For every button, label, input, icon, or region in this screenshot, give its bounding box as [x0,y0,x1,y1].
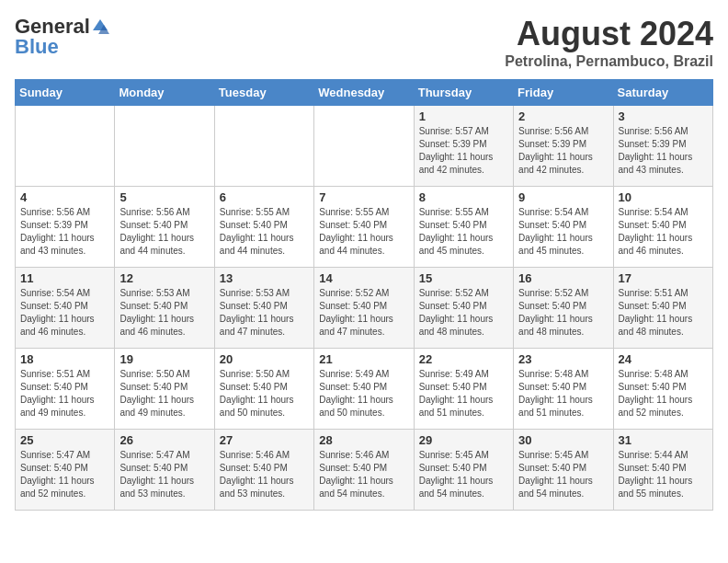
logo-blue-text: Blue [15,35,59,59]
day-info: Sunrise: 5:46 AM Sunset: 5:40 PM Dayligh… [319,449,408,500]
location-subtitle: Petrolina, Pernambuco, Brazil [505,53,713,70]
weekday-header-saturday: Saturday [613,80,712,106]
calendar-cell: 27Sunrise: 5:46 AM Sunset: 5:40 PM Dayli… [214,430,313,511]
day-number: 28 [319,433,408,447]
calendar-cell: 16Sunrise: 5:52 AM Sunset: 5:40 PM Dayli… [514,268,613,349]
day-info: Sunrise: 5:52 AM Sunset: 5:40 PM Dayligh… [419,287,508,339]
weekday-header-thursday: Thursday [414,80,513,106]
day-info: Sunrise: 5:47 AM Sunset: 5:40 PM Dayligh… [119,449,209,500]
calendar-cell: 22Sunrise: 5:49 AM Sunset: 5:40 PM Dayli… [414,349,513,430]
day-number: 25 [20,433,109,447]
day-info: Sunrise: 5:46 AM Sunset: 5:40 PM Dayligh… [220,449,309,500]
calendar-cell: 8Sunrise: 5:55 AM Sunset: 5:40 PM Daylig… [414,187,513,268]
calendar-cell [16,106,115,187]
day-info: Sunrise: 5:56 AM Sunset: 5:39 PM Dayligh… [619,125,708,177]
day-number: 23 [518,352,608,366]
day-info: Sunrise: 5:52 AM Sunset: 5:40 PM Dayligh… [319,287,408,339]
calendar-cell: 14Sunrise: 5:52 AM Sunset: 5:40 PM Dayli… [314,268,414,349]
calendar-cell: 18Sunrise: 5:51 AM Sunset: 5:40 PM Dayli… [16,349,115,430]
weekday-header-monday: Monday [115,80,214,106]
day-number: 16 [518,271,608,285]
day-number: 15 [419,271,508,285]
day-number: 12 [119,271,209,285]
calendar-week-row: 11Sunrise: 5:54 AM Sunset: 5:40 PM Dayli… [16,268,713,349]
calendar-cell: 19Sunrise: 5:50 AM Sunset: 5:40 PM Dayli… [115,349,214,430]
day-info: Sunrise: 5:44 AM Sunset: 5:40 PM Dayligh… [619,449,708,500]
calendar-cell [214,106,313,187]
month-year-title: August 2024 [505,15,713,53]
calendar-week-row: 4Sunrise: 5:56 AM Sunset: 5:39 PM Daylig… [16,187,713,268]
day-number: 10 [619,190,708,204]
day-info: Sunrise: 5:53 AM Sunset: 5:40 PM Dayligh… [220,287,309,339]
day-number: 5 [119,190,209,204]
day-info: Sunrise: 5:55 AM Sunset: 5:40 PM Dayligh… [220,206,309,258]
calendar-cell: 28Sunrise: 5:46 AM Sunset: 5:40 PM Dayli… [314,430,414,511]
calendar-cell: 6Sunrise: 5:55 AM Sunset: 5:40 PM Daylig… [214,187,313,268]
weekday-header-tuesday: Tuesday [214,80,313,106]
title-area: August 2024 Petrolina, Pernambuco, Brazi… [505,15,713,70]
day-info: Sunrise: 5:47 AM Sunset: 5:40 PM Dayligh… [20,449,109,500]
calendar-cell: 24Sunrise: 5:48 AM Sunset: 5:40 PM Dayli… [613,349,712,430]
calendar-cell [314,106,414,187]
day-number: 1 [419,109,508,123]
day-number: 24 [619,352,708,366]
calendar-cell: 12Sunrise: 5:53 AM Sunset: 5:40 PM Dayli… [115,268,214,349]
day-info: Sunrise: 5:45 AM Sunset: 5:40 PM Dayligh… [419,449,508,500]
day-info: Sunrise: 5:57 AM Sunset: 5:39 PM Dayligh… [419,125,508,177]
day-number: 13 [220,271,309,285]
calendar-cell: 15Sunrise: 5:52 AM Sunset: 5:40 PM Dayli… [414,268,513,349]
calendar-cell: 17Sunrise: 5:51 AM Sunset: 5:40 PM Dayli… [613,268,712,349]
day-number: 17 [619,271,708,285]
day-number: 21 [319,352,408,366]
day-number: 6 [220,190,309,204]
day-info: Sunrise: 5:54 AM Sunset: 5:40 PM Dayligh… [619,206,708,258]
calendar-cell: 26Sunrise: 5:47 AM Sunset: 5:40 PM Dayli… [115,430,214,511]
calendar-cell: 13Sunrise: 5:53 AM Sunset: 5:40 PM Dayli… [214,268,313,349]
day-info: Sunrise: 5:55 AM Sunset: 5:40 PM Dayligh… [319,206,408,258]
day-info: Sunrise: 5:54 AM Sunset: 5:40 PM Dayligh… [518,206,608,258]
day-number: 8 [419,190,508,204]
calendar-cell: 10Sunrise: 5:54 AM Sunset: 5:40 PM Dayli… [613,187,712,268]
calendar-cell: 31Sunrise: 5:44 AM Sunset: 5:40 PM Dayli… [613,430,712,511]
day-info: Sunrise: 5:51 AM Sunset: 5:40 PM Dayligh… [619,287,708,339]
calendar-cell: 3Sunrise: 5:56 AM Sunset: 5:39 PM Daylig… [613,106,712,187]
calendar-cell: 2Sunrise: 5:56 AM Sunset: 5:39 PM Daylig… [514,106,613,187]
day-number: 14 [319,271,408,285]
day-number: 2 [518,109,608,123]
day-info: Sunrise: 5:49 AM Sunset: 5:40 PM Dayligh… [419,368,508,419]
day-info: Sunrise: 5:49 AM Sunset: 5:40 PM Dayligh… [319,368,408,419]
day-number: 29 [419,433,508,447]
day-number: 22 [419,352,508,366]
day-info: Sunrise: 5:52 AM Sunset: 5:40 PM Dayligh… [518,287,608,339]
calendar-cell: 5Sunrise: 5:56 AM Sunset: 5:40 PM Daylig… [115,187,214,268]
calendar-cell: 7Sunrise: 5:55 AM Sunset: 5:40 PM Daylig… [314,187,414,268]
calendar-cell: 11Sunrise: 5:54 AM Sunset: 5:40 PM Dayli… [16,268,115,349]
weekday-header-sunday: Sunday [16,80,115,106]
day-info: Sunrise: 5:51 AM Sunset: 5:40 PM Dayligh… [20,368,109,419]
day-info: Sunrise: 5:54 AM Sunset: 5:40 PM Dayligh… [20,287,109,339]
day-number: 18 [20,352,109,366]
day-number: 31 [619,433,708,447]
calendar-cell: 1Sunrise: 5:57 AM Sunset: 5:39 PM Daylig… [414,106,513,187]
calendar-table: SundayMondayTuesdayWednesdayThursdayFrid… [15,79,713,511]
calendar-cell: 23Sunrise: 5:48 AM Sunset: 5:40 PM Dayli… [514,349,613,430]
weekday-header-friday: Friday [514,80,613,106]
day-number: 11 [20,271,109,285]
day-number: 26 [119,433,209,447]
calendar-week-row: 1Sunrise: 5:57 AM Sunset: 5:39 PM Daylig… [16,106,713,187]
logo-icon [91,17,109,36]
calendar-week-row: 25Sunrise: 5:47 AM Sunset: 5:40 PM Dayli… [16,430,713,511]
day-info: Sunrise: 5:50 AM Sunset: 5:40 PM Dayligh… [220,368,309,419]
day-number: 4 [20,190,109,204]
day-info: Sunrise: 5:55 AM Sunset: 5:40 PM Dayligh… [419,206,508,258]
calendar-cell: 30Sunrise: 5:45 AM Sunset: 5:40 PM Dayli… [514,430,613,511]
weekday-header-wednesday: Wednesday [314,80,414,106]
calendar-cell: 20Sunrise: 5:50 AM Sunset: 5:40 PM Dayli… [214,349,313,430]
day-info: Sunrise: 5:56 AM Sunset: 5:39 PM Dayligh… [518,125,608,177]
day-number: 19 [119,352,209,366]
day-info: Sunrise: 5:50 AM Sunset: 5:40 PM Dayligh… [119,368,209,419]
day-info: Sunrise: 5:48 AM Sunset: 5:40 PM Dayligh… [619,368,708,419]
calendar-cell: 25Sunrise: 5:47 AM Sunset: 5:40 PM Dayli… [16,430,115,511]
calendar-cell [115,106,214,187]
calendar-week-row: 18Sunrise: 5:51 AM Sunset: 5:40 PM Dayli… [16,349,713,430]
